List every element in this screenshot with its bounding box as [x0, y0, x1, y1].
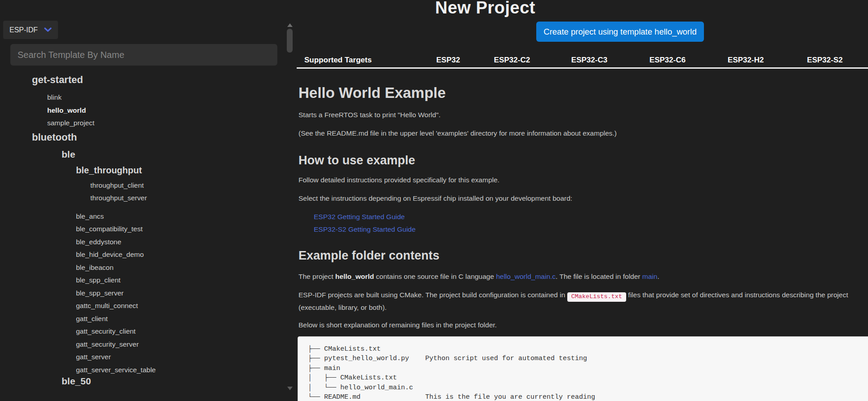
readme-paragraph: (See the README.md file in the upper lev…	[298, 129, 617, 137]
readme-paragraph: ESP-IDF projects are built using CMake. …	[298, 291, 868, 302]
link-hello-world-main[interactable]: hello_world_main.c	[496, 273, 556, 280]
scrollbar-thumb[interactable]	[287, 29, 293, 53]
tree-item-gattc_multi_connect[interactable]: gattc_multi_connect	[0, 300, 285, 313]
project-name: hello_world	[335, 273, 374, 280]
readme-paragraph: The project hello_world contains one sou…	[298, 273, 659, 281]
text-run: files that provide set of directives and…	[626, 291, 848, 299]
tree-category-ble_50[interactable]: ble_50	[0, 375, 285, 387]
readme-title: Hello World Example	[298, 84, 446, 101]
guide-link-1[interactable]: ESP32-S2 Getting Started Guide	[314, 225, 416, 234]
tree-item-gatt_server_service_table[interactable]: gatt_server_service_table	[0, 364, 285, 377]
tree-item-ble_spp_client[interactable]: ble_spp_client	[0, 274, 285, 287]
readme-preview: Hello World Example Starts a FreeRTOS ta…	[297, 0, 868, 401]
tree-item-gatt_server[interactable]: gatt_server	[0, 351, 285, 364]
text-run: .	[657, 273, 659, 280]
tree-item-throughput_client[interactable]: throughput_client	[0, 179, 285, 192]
guide-link-0[interactable]: ESP32 Getting Started Guide	[314, 213, 405, 221]
chevron-down-icon	[44, 27, 52, 32]
tree-item-ble_ibeacon[interactable]: ble_ibeacon	[0, 261, 285, 274]
link-main-folder[interactable]: main	[642, 273, 658, 280]
section-heading-usage: How to use example	[298, 154, 415, 167]
readme-paragraph: Starts a FreeRTOS task to print "Hello W…	[298, 111, 441, 119]
template-sidebar: ESP-IDF get-startedblinkhello_worldsampl…	[0, 0, 297, 401]
tree-item-gatt_security_client[interactable]: gatt_security_client	[0, 325, 285, 338]
framework-select[interactable]: ESP-IDF	[3, 21, 58, 39]
text-run: The project	[298, 273, 335, 280]
search-input[interactable]	[10, 44, 277, 66]
inline-code-cmakelists: CMakeLists.txt	[567, 292, 626, 302]
readme-paragraph: Select the instructions depending on Esp…	[298, 194, 572, 203]
tree-category-get-started[interactable]: get-started	[0, 74, 285, 86]
section-heading-contents: Example folder contents	[298, 249, 440, 263]
readme-paragraph: Follow detailed instructions provided sp…	[298, 176, 499, 184]
tree-item-ble_ancs[interactable]: ble_ancs	[0, 210, 285, 223]
tree-item-gatt_security_server[interactable]: gatt_security_server	[0, 338, 285, 351]
text-run: ESP-IDF projects are built using CMake. …	[298, 291, 567, 299]
file-tree-block: ├── CMakeLists.txt ├── pytest_hello_worl…	[298, 336, 868, 401]
tree-item-throughput_server[interactable]: throughput_server	[0, 192, 285, 205]
scroll-up-icon[interactable]	[287, 23, 293, 27]
tree-category-ble[interactable]: ble	[0, 149, 285, 160]
text-run: contains one source file in C language	[374, 273, 496, 280]
tree-item-ble_spp_server[interactable]: ble_spp_server	[0, 287, 285, 300]
readme-paragraph: Below is short explanation of remaining …	[298, 321, 497, 329]
tree-item-gatt_client[interactable]: gatt_client	[0, 313, 285, 326]
template-tree: get-startedblinkhello_worldsample_projec…	[0, 72, 285, 401]
readme-paragraph: (executable, library, or both).	[298, 304, 387, 312]
tree-category-bluetooth[interactable]: bluetooth	[0, 132, 285, 143]
text-run: . The file is located in folder	[556, 273, 642, 280]
main-panel: New Project Create project using templat…	[297, 0, 868, 401]
tree-category-ble_throughput[interactable]: ble_throughput	[0, 165, 285, 176]
tree-item-sample_project[interactable]: sample_project	[0, 117, 285, 130]
tree-item-ble_hid_device_demo[interactable]: ble_hid_device_demo	[0, 248, 285, 261]
scroll-down-icon[interactable]	[287, 387, 293, 390]
file-tree-code: ├── CMakeLists.txt ├── pytest_hello_worl…	[308, 344, 868, 401]
tree-item-ble_compatibility_test[interactable]: ble_compatibility_test	[0, 223, 285, 236]
tree-item-hello_world[interactable]: hello_world	[0, 104, 285, 117]
tree-item-ble_eddystone[interactable]: ble_eddystone	[0, 236, 285, 249]
framework-select-label: ESP-IDF	[9, 26, 38, 34]
sidebar-scrollbar[interactable]	[286, 0, 293, 401]
tree-item-blink[interactable]: blink	[0, 91, 285, 104]
